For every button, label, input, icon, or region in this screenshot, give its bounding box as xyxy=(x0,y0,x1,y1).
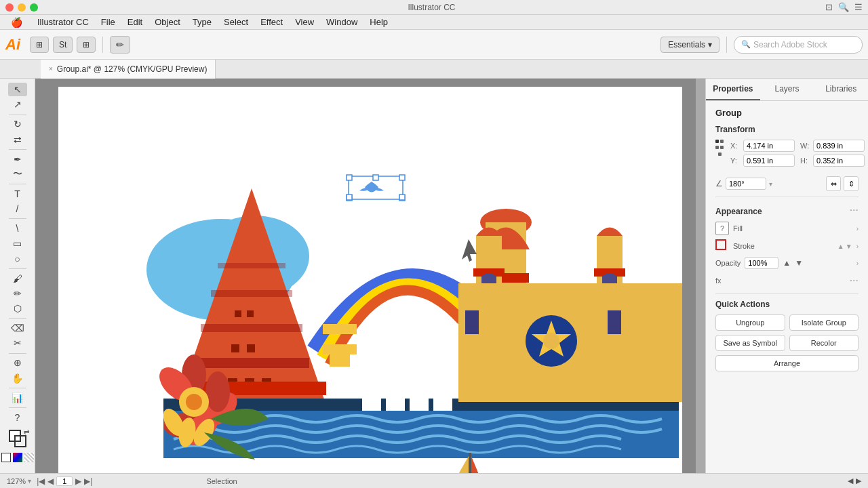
menu-view[interactable]: View xyxy=(290,16,319,28)
menu-window[interactable]: Window xyxy=(321,16,363,28)
menu-select[interactable]: Select xyxy=(218,16,254,28)
transform-mode-btn[interactable]: ⊞ xyxy=(30,37,49,53)
last-page-btn[interactable]: ▶| xyxy=(84,476,92,486)
eraser-tool[interactable]: ⌫ xyxy=(8,321,27,335)
tab-libraries[interactable]: Libraries xyxy=(814,79,868,100)
minimize-button[interactable] xyxy=(18,3,26,12)
fill-label: Fill xyxy=(733,224,743,232)
stroke-icon[interactable] xyxy=(715,239,729,253)
stroke-expand-arrow[interactable]: › xyxy=(856,243,859,250)
type-tool[interactable]: T xyxy=(8,187,27,201)
stroke-swatch[interactable] xyxy=(14,435,26,447)
appearance-more-btn[interactable]: ··· xyxy=(850,204,859,216)
menu-illustrator[interactable]: Illustrator CC xyxy=(32,16,94,28)
pen-tool[interactable]: ✒ xyxy=(8,152,27,166)
zoom-tool[interactable]: ⊕ xyxy=(8,356,27,369)
zoom-dropdown-arrow[interactable]: ▾ xyxy=(28,477,31,485)
opacity-up-arrow[interactable]: ▲ xyxy=(783,258,791,268)
fx-more-btn[interactable]: ··· xyxy=(850,274,859,287)
angle-input[interactable] xyxy=(726,178,766,190)
color-swatch-wrap[interactable]: ⇄ xyxy=(9,430,26,447)
ellipse-tool[interactable]: ○ xyxy=(8,252,27,266)
tg-dot-tr[interactable] xyxy=(720,140,724,143)
apple-menu[interactable]: 🍎 xyxy=(5,16,28,29)
scissors-tool[interactable]: ✂ xyxy=(8,336,27,350)
help-btn[interactable]: ? xyxy=(8,411,27,424)
opacity-down-arrow[interactable]: ▼ xyxy=(795,258,803,268)
rect-tool[interactable]: ▭ xyxy=(8,237,27,250)
essentials-btn[interactable]: Essentials ▾ xyxy=(660,37,719,53)
tab-layers[interactable]: Layers xyxy=(760,79,814,100)
artboard-next-btn[interactable]: ▶ xyxy=(856,476,861,485)
direct-select-tool[interactable]: ↗ xyxy=(8,98,27,111)
menu-help[interactable]: Help xyxy=(364,16,393,28)
y-input[interactable] xyxy=(743,155,795,167)
pattern-swatch[interactable] xyxy=(24,453,34,462)
touch-type-tool[interactable]: / xyxy=(8,202,27,216)
arrange-btn[interactable]: Arrange xyxy=(715,355,859,371)
bar-chart-tool[interactable]: 📊 xyxy=(8,391,27,405)
first-page-btn[interactable]: |◀ xyxy=(37,476,45,486)
maximize-button[interactable] xyxy=(30,3,38,12)
pencil-tool[interactable]: ✏ xyxy=(8,287,27,300)
menu-edit[interactable]: Edit xyxy=(122,16,148,28)
search-stock-input[interactable]: 🔍 Search Adobe Stock xyxy=(734,36,863,54)
opacity-expand-arrow[interactable]: › xyxy=(856,260,859,267)
flip-horizontal-btn[interactable]: ⇔ xyxy=(826,176,841,191)
h-input[interactable] xyxy=(813,155,865,167)
close-button[interactable] xyxy=(5,3,14,12)
save-symbol-btn[interactable]: Save as Symbol xyxy=(715,335,785,351)
ungroup-btn[interactable]: Ungroup xyxy=(715,314,785,331)
line-tool[interactable]: \ xyxy=(8,222,27,235)
svg-rect-13 xyxy=(235,310,241,317)
swap-icon[interactable]: ⇄ xyxy=(24,428,29,436)
page-input[interactable] xyxy=(56,476,73,486)
hand-tool[interactable]: ✋ xyxy=(8,371,27,385)
artboard-prev-btn[interactable]: ◀ xyxy=(848,476,853,485)
tools-divider-2 xyxy=(9,149,26,150)
canvas-area[interactable] xyxy=(35,79,705,488)
rotate-tool[interactable]: ↻ xyxy=(8,117,27,131)
select-tool[interactable]: ↖ xyxy=(8,83,27,96)
paintbrush-tool[interactable]: 🖌 xyxy=(8,272,27,285)
curvature-tool[interactable]: 〜 xyxy=(8,167,27,181)
isolate-group-btn[interactable]: Isolate Group xyxy=(789,314,859,331)
document-tab[interactable]: × Group.ai* @ 127% (CMYK/GPU Preview) xyxy=(41,60,216,79)
shaper-tool[interactable]: ⬡ xyxy=(8,302,27,315)
artboard-btn[interactable]: ⊞ xyxy=(77,37,96,53)
gradient-swatch[interactable] xyxy=(13,453,22,462)
w-input[interactable] xyxy=(813,140,865,152)
x-input[interactable] xyxy=(743,140,795,152)
tg-dot-bl[interactable] xyxy=(715,146,719,149)
tg-dot-c[interactable] xyxy=(718,152,722,156)
opacity-input[interactable] xyxy=(745,257,778,269)
menu-effect[interactable]: Effect xyxy=(255,16,288,28)
transform-tool[interactable]: ⇄ xyxy=(8,133,27,146)
recolor-btn[interactable]: Recolor xyxy=(789,335,859,351)
stroke-down-arrow[interactable]: ▼ xyxy=(846,243,852,250)
menu-object[interactable]: Object xyxy=(149,16,186,28)
appearance-title: Appearance xyxy=(715,207,762,216)
stroke-up-arrow[interactable]: ▲ xyxy=(837,243,844,250)
angle-dropdown[interactable]: ▾ xyxy=(769,180,772,188)
tab-properties[interactable]: Properties xyxy=(706,79,760,100)
flip-vertical-btn[interactable]: ⇕ xyxy=(844,176,859,191)
svg-rect-59 xyxy=(399,195,405,200)
prev-page-btn[interactable]: ◀ xyxy=(47,476,54,486)
tg-dot-br[interactable] xyxy=(720,146,724,149)
vertical-scrollbar[interactable] xyxy=(696,79,705,479)
tab-close-btn[interactable]: × xyxy=(49,65,53,73)
fill-question-icon[interactable]: ? xyxy=(715,222,729,235)
symbol-btn[interactable]: St xyxy=(53,37,73,53)
titlebar-icons: ⊡ 🔍 ☰ xyxy=(825,2,863,12)
menu-type[interactable]: Type xyxy=(187,16,217,28)
zoom-control[interactable]: 127% ▾ xyxy=(7,477,31,485)
canvas xyxy=(58,87,682,480)
divider-appearance-qa xyxy=(715,293,859,294)
menu-file[interactable]: File xyxy=(96,16,121,28)
none-swatch[interactable] xyxy=(1,453,11,462)
draw-tool-btn[interactable]: ✏ xyxy=(110,36,130,54)
next-page-btn[interactable]: ▶ xyxy=(75,476,81,486)
transform-reference-grid[interactable] xyxy=(715,140,724,157)
tg-dot-tl[interactable] xyxy=(715,140,719,143)
